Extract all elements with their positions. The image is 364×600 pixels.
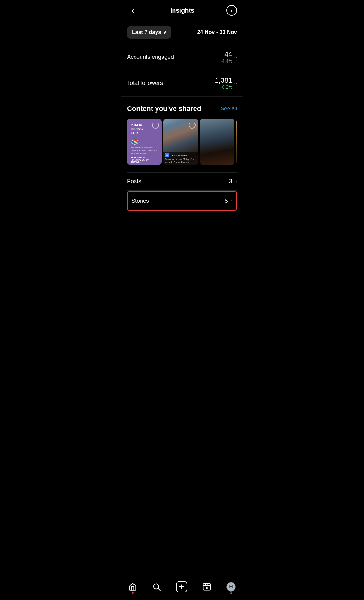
nav-search[interactable] — [152, 582, 161, 591]
see-all-button[interactable]: See all — [221, 106, 237, 112]
total-followers-right: 1,381 +0.2% › — [215, 76, 237, 90]
painting-avatar: H — [165, 153, 169, 157]
painting-caption-overlay: H hyacinthreview Today we present "Antig… — [163, 152, 198, 165]
total-followers-value: 1,381 — [215, 76, 232, 85]
stories-chevron-icon: › — [231, 198, 233, 204]
nav-home[interactable] — [128, 582, 137, 591]
accounts-engaged-label: Accounts engaged — [127, 54, 174, 60]
svg-marker-8 — [206, 587, 209, 589]
svg-rect-4 — [203, 584, 210, 590]
stats-section: Accounts engaged 44 -4.4% › Total follow… — [121, 44, 243, 97]
page-title: Insights — [170, 7, 195, 14]
posts-right: 3 › — [229, 178, 237, 185]
chevron-right-icon-2: › — [235, 80, 237, 86]
date-filter-label: Last 7 days — [132, 29, 161, 36]
date-filter-row: Last 7 days ∨ 24 Nov - 30 Nov — [121, 20, 243, 44]
date-filter-button[interactable]: Last 7 days ∨ — [127, 26, 171, 39]
story-circle-indicator — [152, 122, 159, 129]
content-header: Content you've shared See all — [127, 105, 237, 113]
thumbnail-painting1[interactable]: H hyacinthreview Today we present "Antig… — [163, 119, 198, 165]
info-button[interactable]: i — [226, 5, 237, 16]
home-icon — [128, 582, 137, 591]
story-circle-indicator-2 — [189, 122, 196, 129]
posts-count: 3 — [229, 178, 232, 185]
svg-line-1 — [158, 588, 160, 590]
book-emoji: 📚 — [131, 138, 158, 145]
accounts-engaged-right: 44 -4.4% › — [221, 50, 237, 63]
stories-row-inner: Stories 5 › — [131, 192, 233, 210]
date-range-label: 24 Nov - 30 Nov — [197, 29, 237, 36]
profile-nav-dot — [230, 592, 232, 594]
stories-right: 5 › — [225, 198, 233, 204]
posts-chevron-icon: › — [235, 179, 237, 184]
nav-reels[interactable] — [202, 582, 211, 591]
info-icon: i — [231, 8, 232, 13]
thumbnails-row: PTM ISHIRINGFOR... 📚 Social Media Assist… — [127, 119, 237, 165]
posts-list-item[interactable]: Posts 3 › — [127, 173, 237, 191]
accounts-engaged-change: -4.4% — [221, 58, 232, 63]
thumbnail-brown[interactable]: @catsofyore — [236, 119, 237, 165]
content-list: Posts 3 › Stories 5 › — [127, 172, 237, 211]
total-followers-row[interactable]: Total followers 1,381 +0.2% › — [127, 70, 237, 96]
ptm-username: @pageturnersmag — [131, 164, 158, 165]
total-followers-values: 1,381 +0.2% — [215, 76, 232, 90]
stories-list-item[interactable]: Stories 5 › — [127, 191, 237, 211]
bottom-navigation: H — [121, 577, 243, 600]
ptm-see-caption: SEE CAPTIONFOR APPLICATION DETAILS! — [131, 157, 158, 163]
ptm-subtitle: Social Media AssistantComms & Admin Assi… — [131, 146, 158, 155]
back-button[interactable]: ‹ — [127, 6, 138, 15]
thumbnail-purple[interactable]: PTM ISHIRINGFOR... 📚 Social Media Assist… — [127, 119, 162, 165]
nav-add[interactable] — [176, 581, 187, 592]
chevron-down-icon: ∨ — [163, 30, 166, 35]
reels-icon — [202, 582, 211, 591]
content-section-title: Content you've shared — [127, 105, 201, 113]
header: ‹ Insights i — [121, 0, 243, 20]
stories-label: Stories — [131, 198, 149, 204]
total-followers-label: Total followers — [127, 80, 163, 86]
thumbnail-painting2[interactable] — [200, 119, 234, 165]
accounts-engaged-value: 44 — [221, 50, 232, 58]
posts-label: Posts — [127, 178, 141, 185]
painting-username: hyacinthreview — [171, 154, 187, 157]
content-section: Content you've shared See all PTM ISHIRI… — [121, 97, 243, 214]
profile-avatar: H — [226, 582, 236, 592]
add-icon — [176, 581, 187, 592]
total-followers-change: +0.2% — [215, 85, 232, 90]
search-icon — [152, 582, 161, 591]
painting-header: H hyacinthreview — [165, 153, 196, 157]
accounts-engaged-row[interactable]: Accounts engaged 44 -4.4% › — [127, 44, 237, 70]
accounts-engaged-values: 44 -4.4% — [221, 50, 232, 63]
painting-caption: Today we present "Antigua", a poem by Pa… — [165, 158, 196, 163]
home-nav-dot — [132, 592, 134, 594]
chevron-right-icon: › — [235, 54, 237, 60]
nav-profile[interactable]: H — [226, 582, 236, 592]
stories-count: 5 — [225, 198, 228, 204]
